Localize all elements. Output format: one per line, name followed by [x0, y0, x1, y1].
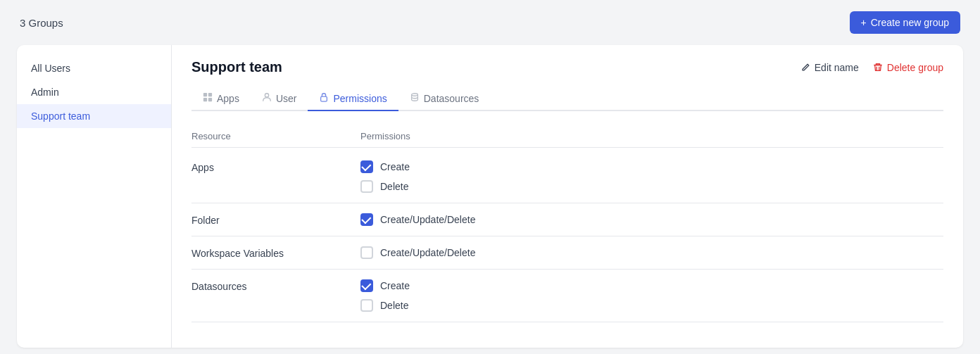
permission-row-0-0: Create	[360, 160, 943, 173]
trash-icon	[873, 63, 883, 72]
tab-user[interactable]: User	[251, 87, 308, 111]
create-new-group-button[interactable]: + Create new group	[850, 11, 960, 34]
checkbox-0-1[interactable]	[360, 180, 373, 193]
permission-row-2-0: Create/Update/Delete	[360, 246, 943, 259]
svg-point-6	[411, 94, 417, 96]
tab-label-user: User	[276, 93, 297, 104]
permission-label-1-0: Create/Update/Delete	[380, 214, 475, 225]
tab-datasources[interactable]: Datasources	[398, 87, 491, 111]
edit-name-button[interactable]: Edit name	[800, 62, 859, 73]
pencil-icon	[800, 63, 810, 72]
checkbox-1-0[interactable]	[360, 213, 373, 226]
permission-row-1-0: Create/Update/Delete	[360, 213, 943, 226]
permission-row-3-0: Create	[360, 279, 943, 292]
tab-label-datasources: Datasources	[424, 93, 479, 104]
user-icon	[262, 92, 272, 104]
tab-label-apps: Apps	[217, 93, 239, 104]
tab-permissions[interactable]: Permissions	[308, 87, 398, 111]
tab-apps[interactable]: Apps	[191, 87, 251, 111]
create-button-label: Create new group	[871, 17, 949, 28]
db-icon	[410, 92, 420, 104]
permissions-col-1: Create/Update/Delete	[360, 213, 943, 226]
tab-label-permissions: Permissions	[333, 93, 387, 104]
svg-rect-0	[203, 93, 207, 96]
content-area: Support team Edit name Delete group App	[172, 45, 963, 348]
resource-label-2: Workspace Variables	[191, 246, 360, 259]
delete-group-button[interactable]: Delete group	[873, 62, 943, 73]
permissions-col-3: CreateDelete	[360, 279, 943, 312]
sidebar: All UsersAdminSupport team	[17, 45, 172, 348]
resource-label-0: Apps	[191, 160, 360, 173]
permission-label-0-0: Create	[380, 161, 410, 172]
svg-rect-5	[321, 96, 327, 101]
table-row: DatasourcesCreateDelete	[191, 270, 943, 322]
permissions-col-0: CreateDelete	[360, 160, 943, 193]
table-row: Workspace VariablesCreate/Update/Delete	[191, 236, 943, 270]
tabs-bar: AppsUserPermissionsDatasources	[191, 87, 943, 111]
sidebar-item-admin[interactable]: Admin	[17, 80, 171, 104]
top-bar: 3 Groups + Create new group	[17, 11, 963, 34]
groups-count: 3 Groups	[20, 17, 63, 29]
sidebar-item-support-team[interactable]: Support team	[17, 104, 171, 128]
permission-label-3-1: Delete	[380, 300, 408, 311]
checkbox-0-0[interactable]	[360, 160, 373, 173]
permissions-table: AppsCreateDeleteFolderCreate/Update/Dele…	[191, 151, 943, 322]
edit-name-label: Edit name	[815, 62, 859, 73]
delete-group-label: Delete group	[887, 62, 943, 73]
permission-label-2-0: Create/Update/Delete	[380, 247, 475, 258]
checkbox-2-0[interactable]	[360, 246, 373, 259]
lock-icon	[319, 92, 329, 104]
resource-col-header: Resource	[191, 131, 360, 141]
resource-label-3: Datasources	[191, 279, 360, 292]
table-row: AppsCreateDelete	[191, 151, 943, 203]
group-title: Support team	[191, 59, 282, 75]
plus-icon: +	[861, 17, 867, 28]
header-actions: Edit name Delete group	[800, 62, 943, 73]
table-row: FolderCreate/Update/Delete	[191, 203, 943, 236]
svg-rect-1	[208, 93, 212, 96]
permissions-col-2: Create/Update/Delete	[360, 246, 943, 259]
permission-label-0-1: Delete	[380, 181, 408, 192]
svg-rect-3	[208, 98, 212, 101]
svg-point-4	[265, 94, 268, 97]
grid-icon	[203, 92, 213, 104]
permission-row-0-1: Delete	[360, 180, 943, 193]
permission-row-3-1: Delete	[360, 299, 943, 312]
permission-label-3-0: Create	[380, 280, 410, 291]
checkbox-3-0[interactable]	[360, 279, 373, 292]
main-container: All UsersAdminSupport team Support team …	[17, 45, 963, 348]
sidebar-item-all-users[interactable]: All Users	[17, 56, 171, 80]
checkbox-3-1[interactable]	[360, 299, 373, 312]
table-header: Resource Permissions	[191, 125, 943, 148]
content-header: Support team Edit name Delete group	[191, 59, 943, 75]
resource-label-1: Folder	[191, 213, 360, 226]
permissions-col-header: Permissions	[360, 131, 943, 141]
svg-rect-2	[203, 98, 207, 101]
